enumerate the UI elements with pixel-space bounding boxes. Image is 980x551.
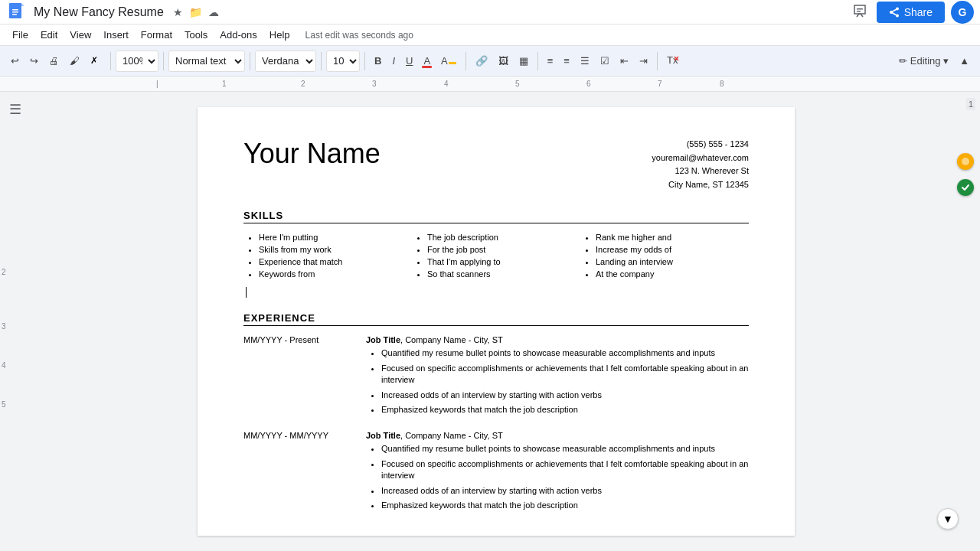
svg-text:Tx: Tx <box>667 54 678 66</box>
share-button[interactable]: Share <box>877 2 945 23</box>
comments-button[interactable] <box>849 2 871 22</box>
resume-name[interactable]: Your Name <box>243 138 381 170</box>
menu-bar: File Edit View Insert Format Tools Add-o… <box>0 24 980 46</box>
exp-title-2: Job Title, Company Name - City, ST <box>366 431 749 440</box>
ruler: | 1 2 3 4 5 6 7 8 <box>0 77 980 92</box>
document-title[interactable]: My New Fancy Resume <box>34 5 164 19</box>
paint-format-button[interactable]: 🖌 <box>65 52 84 70</box>
title-bar: My New Fancy Resume ★ 📁 ☁ Share G <box>0 0 980 24</box>
page-line-numbers: 2345 <box>2 268 6 409</box>
exp-details-1: Job Title, Company Name - City, ST Quant… <box>366 335 749 419</box>
skill-item: The job description <box>427 233 580 242</box>
menu-help[interactable]: Help <box>263 27 296 43</box>
exp-bullet: Increased odds of an interview by starti… <box>381 390 749 401</box>
skills-col-2: The job description For the job post Tha… <box>412 233 580 282</box>
avatar[interactable]: G <box>951 1 974 24</box>
document-page[interactable]: Your Name (555) 555 - 1234 youremail@wha… <box>198 107 795 536</box>
redo-button[interactable]: ↪ <box>25 52 43 70</box>
menu-edit[interactable]: Edit <box>34 27 64 43</box>
svg-marker-1 <box>21 3 24 6</box>
font-size-select[interactable]: 10 <box>326 51 360 72</box>
table-button[interactable]: ▦ <box>514 52 533 70</box>
undo-button[interactable]: ↩ <box>6 52 24 70</box>
outline-icon[interactable]: ☰ <box>6 98 24 121</box>
last-edit-label: Last edit was seconds ago <box>305 30 413 41</box>
star-button[interactable]: ★ <box>170 5 186 20</box>
zoom-select[interactable]: 100% <box>116 51 158 72</box>
skills-title: SKILLS <box>243 210 749 223</box>
svg-rect-2 <box>12 9 18 11</box>
toolbar-divider-4 <box>321 52 322 70</box>
experience-section: EXPERIENCE MM/YYYY - Present Job Title, … <box>243 312 749 514</box>
exp-date-2: MM/YYYY - MM/YYYY <box>243 431 366 514</box>
toolbar-divider-7 <box>537 52 538 70</box>
svg-rect-0 <box>9 3 21 18</box>
experience-entry-2: MM/YYYY - MM/YYYY Job Title, Company Nam… <box>243 431 749 514</box>
scroll-to-bottom-button[interactable]: ▼ <box>937 508 959 530</box>
menu-tools[interactable]: Tools <box>178 27 214 43</box>
exp-title-1: Job Title, Company Name - City, ST <box>366 335 749 344</box>
skill-item: Skills from my work <box>259 245 412 254</box>
cloud-button[interactable]: ☁ <box>205 5 222 20</box>
exp-bullet: Focused on specific accomplishments or a… <box>381 363 749 386</box>
highlight-button[interactable]: A <box>436 52 461 70</box>
document-area[interactable]: Your Name (555) 555 - 1234 youremail@wha… <box>31 92 962 551</box>
checklist-button[interactable]: ☑ <box>596 52 614 70</box>
exp-date-1: MM/YYYY - Present <box>243 335 366 419</box>
align-button[interactable]: ≡ <box>543 52 558 70</box>
toolbar-divider-1 <box>110 52 111 70</box>
main-area: ☰ 2345 Your Name (555) 555 - 1234 yourem… <box>0 92 980 551</box>
exp-bullet: Emphasized keywords that match the job d… <box>381 404 749 416</box>
svg-line-10 <box>891 8 897 12</box>
google-docs-icon <box>6 2 28 23</box>
menu-file[interactable]: File <box>6 27 34 43</box>
numbered-list-button[interactable]: ≡ <box>559 52 574 70</box>
clear-format-button[interactable]: ✗ <box>86 51 106 70</box>
svg-point-16 <box>962 158 969 165</box>
print-button[interactable]: 🖨 <box>44 52 64 70</box>
insert-image-button[interactable]: 🖼 <box>494 52 513 70</box>
skill-item: Here I'm putting <box>259 233 412 242</box>
toolbar-divider-3 <box>250 52 250 70</box>
svg-rect-5 <box>857 8 863 10</box>
svg-rect-6 <box>857 11 861 12</box>
menu-view[interactable]: View <box>64 27 97 43</box>
indent-inc-button[interactable]: ⇥ <box>635 52 652 70</box>
skill-item: Landing an interview <box>596 257 749 266</box>
toolbar-collapse-button[interactable]: ▲ <box>955 52 974 70</box>
menu-addons[interactable]: Add-ons <box>214 27 263 43</box>
experience-entry-1: MM/YYYY - Present Job Title, Company Nam… <box>243 335 749 419</box>
svg-line-11 <box>891 12 897 16</box>
svg-text:✗: ✗ <box>90 55 98 65</box>
exp-bullet: Focused on specific accomplishments or a… <box>381 458 749 482</box>
editing-mode-button[interactable]: ✏ Editing ▾ <box>894 52 953 70</box>
indent-dec-button[interactable]: ⇤ <box>616 52 633 70</box>
contact-email: youremail@whatever.com <box>652 152 749 165</box>
bold-button[interactable]: B <box>370 52 386 70</box>
toolbar-divider-8 <box>657 52 658 70</box>
text-color-button[interactable]: A <box>419 52 435 70</box>
exp-bullet: Emphasized keywords that match the job d… <box>381 500 749 511</box>
exp-bullet: Quantified my resume bullet points to sh… <box>381 347 749 359</box>
bullet-list-button[interactable]: ☰ <box>576 52 594 70</box>
link-button[interactable]: 🔗 <box>471 52 492 70</box>
menu-format[interactable]: Format <box>135 27 178 43</box>
exp-details-2: Job Title, Company Name - City, ST Quant… <box>366 431 749 514</box>
folder-button[interactable]: 📁 <box>186 5 205 20</box>
underline-button[interactable]: U <box>401 52 417 70</box>
skills-col-1: Here I'm putting Skills from my work Exp… <box>243 233 412 282</box>
skill-item: Experience that match <box>259 257 412 266</box>
style-select[interactable]: Normal text <box>168 51 245 72</box>
font-select[interactable]: Verdana <box>255 51 316 72</box>
skill-item: At the company <box>596 269 749 279</box>
toolbar-divider-5 <box>364 52 365 70</box>
toolbar: ↩ ↪ 🖨 🖌 ✗ 100% Normal text Verdana 10 B … <box>0 46 980 77</box>
menu-insert[interactable]: Insert <box>97 27 135 43</box>
contact-address1: 123 N. Wherever St <box>652 165 749 178</box>
green-dot-icon[interactable] <box>957 179 974 196</box>
skills-section: SKILLS Here I'm putting Skills from my w… <box>243 210 749 300</box>
yellow-dot-icon[interactable] <box>957 153 974 170</box>
skills-col-3: Rank me higher and Increase my odds of L… <box>580 233 749 282</box>
clear-formatting-button[interactable]: Tx <box>662 51 684 71</box>
italic-button[interactable]: I <box>387 52 400 70</box>
